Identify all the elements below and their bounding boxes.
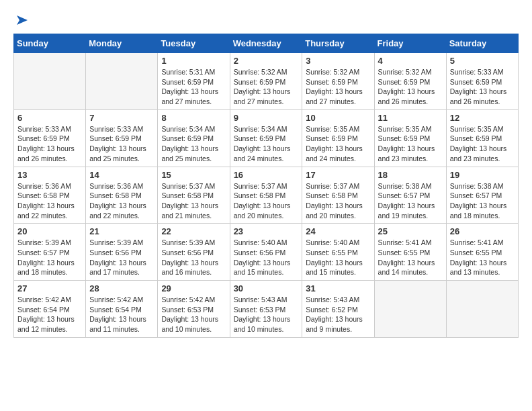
calendar-header-wednesday: Wednesday	[230, 34, 302, 53]
calendar-cell: 28Sunrise: 5:42 AM Sunset: 6:54 PM Dayli…	[86, 281, 158, 338]
week-row-1: 1Sunrise: 5:31 AM Sunset: 6:59 PM Daylig…	[14, 53, 519, 110]
day-info: Sunrise: 5:40 AM Sunset: 6:56 PM Dayligh…	[234, 238, 299, 277]
day-info: Sunrise: 5:36 AM Sunset: 6:58 PM Dayligh…	[17, 181, 82, 221]
day-number: 2	[234, 56, 299, 66]
day-info: Sunrise: 5:42 AM Sunset: 6:54 PM Dayligh…	[89, 295, 154, 334]
day-number: 5	[450, 56, 515, 66]
day-info: Sunrise: 5:34 AM Sunset: 6:59 PM Dayligh…	[234, 124, 299, 164]
day-info: Sunrise: 5:32 AM Sunset: 6:59 PM Dayligh…	[234, 67, 299, 107]
calendar-cell: 18Sunrise: 5:38 AM Sunset: 6:57 PM Dayli…	[374, 167, 446, 224]
calendar-cell: 27Sunrise: 5:42 AM Sunset: 6:54 PM Dayli…	[14, 281, 86, 338]
week-row-4: 20Sunrise: 5:39 AM Sunset: 6:57 PM Dayli…	[14, 224, 519, 281]
calendar-cell: 13Sunrise: 5:36 AM Sunset: 6:58 PM Dayli…	[14, 167, 86, 224]
calendar-cell: 8Sunrise: 5:34 AM Sunset: 6:59 PM Daylig…	[158, 109, 230, 167]
day-info: Sunrise: 5:35 AM Sunset: 6:59 PM Dayligh…	[378, 124, 443, 164]
svg-marker-0	[17, 15, 28, 25]
calendar-cell: 9Sunrise: 5:34 AM Sunset: 6:59 PM Daylig…	[230, 109, 302, 167]
day-number: 14	[89, 170, 154, 180]
day-info: Sunrise: 5:36 AM Sunset: 6:58 PM Dayligh…	[89, 181, 154, 221]
day-info: Sunrise: 5:41 AM Sunset: 6:55 PM Dayligh…	[450, 238, 515, 277]
calendar-cell: 15Sunrise: 5:37 AM Sunset: 6:58 PM Dayli…	[158, 167, 230, 224]
day-number: 12	[450, 113, 515, 123]
day-number: 30	[234, 283, 299, 293]
day-number: 1	[161, 56, 226, 66]
day-info: Sunrise: 5:34 AM Sunset: 6:59 PM Dayligh…	[161, 124, 226, 164]
calendar-table: SundayMondayTuesdayWednesdayThursdayFrid…	[13, 34, 519, 338]
day-info: Sunrise: 5:38 AM Sunset: 6:57 PM Dayligh…	[378, 181, 443, 221]
day-info: Sunrise: 5:32 AM Sunset: 6:59 PM Dayligh…	[378, 67, 443, 107]
day-number: 6	[17, 113, 82, 123]
calendar-header-monday: Monday	[86, 34, 158, 53]
day-info: Sunrise: 5:32 AM Sunset: 6:59 PM Dayligh…	[306, 67, 370, 107]
day-info: Sunrise: 5:39 AM Sunset: 6:56 PM Dayligh…	[161, 238, 226, 277]
day-number: 17	[306, 170, 370, 180]
day-number: 4	[378, 56, 443, 66]
calendar-header-friday: Friday	[374, 34, 446, 53]
calendar-cell: 30Sunrise: 5:43 AM Sunset: 6:53 PM Dayli…	[230, 281, 302, 338]
day-number: 25	[378, 226, 443, 236]
day-number: 29	[161, 283, 226, 293]
week-row-3: 13Sunrise: 5:36 AM Sunset: 6:58 PM Dayli…	[14, 167, 519, 224]
calendar-cell: 7Sunrise: 5:33 AM Sunset: 6:59 PM Daylig…	[86, 109, 158, 167]
day-info: Sunrise: 5:33 AM Sunset: 6:59 PM Dayligh…	[17, 124, 82, 164]
day-number: 3	[306, 56, 370, 66]
calendar-cell: 22Sunrise: 5:39 AM Sunset: 6:56 PM Dayli…	[158, 224, 230, 281]
day-info: Sunrise: 5:37 AM Sunset: 6:58 PM Dayligh…	[161, 181, 226, 221]
calendar-cell: 20Sunrise: 5:39 AM Sunset: 6:57 PM Dayli…	[14, 224, 86, 281]
calendar-cell: 31Sunrise: 5:43 AM Sunset: 6:52 PM Dayli…	[302, 281, 374, 338]
day-number: 24	[306, 226, 370, 236]
day-number: 23	[234, 226, 299, 236]
week-row-2: 6Sunrise: 5:33 AM Sunset: 6:59 PM Daylig…	[14, 109, 519, 167]
calendar-cell: 10Sunrise: 5:35 AM Sunset: 6:59 PM Dayli…	[302, 109, 374, 167]
day-number: 10	[306, 113, 370, 123]
calendar-cell: 21Sunrise: 5:39 AM Sunset: 6:56 PM Dayli…	[86, 224, 158, 281]
calendar-cell	[14, 53, 86, 110]
calendar-cell: 17Sunrise: 5:37 AM Sunset: 6:58 PM Dayli…	[302, 167, 374, 224]
day-number: 7	[89, 113, 154, 123]
calendar-cell: 14Sunrise: 5:36 AM Sunset: 6:58 PM Dayli…	[86, 167, 158, 224]
day-info: Sunrise: 5:37 AM Sunset: 6:58 PM Dayligh…	[234, 181, 299, 221]
day-number: 11	[378, 113, 443, 123]
calendar-cell: 4Sunrise: 5:32 AM Sunset: 6:59 PM Daylig…	[374, 53, 446, 110]
day-number: 9	[234, 113, 299, 123]
day-number: 16	[234, 170, 299, 180]
day-info: Sunrise: 5:38 AM Sunset: 6:57 PM Dayligh…	[450, 181, 515, 221]
day-info: Sunrise: 5:39 AM Sunset: 6:57 PM Dayligh…	[17, 238, 82, 277]
calendar-cell: 5Sunrise: 5:33 AM Sunset: 6:59 PM Daylig…	[446, 53, 518, 110]
calendar-cell: 25Sunrise: 5:41 AM Sunset: 6:55 PM Dayli…	[374, 224, 446, 281]
calendar-cell	[374, 281, 446, 338]
logo-icon	[15, 13, 29, 27]
calendar-header-sunday: Sunday	[14, 34, 86, 53]
day-info: Sunrise: 5:35 AM Sunset: 6:59 PM Dayligh…	[450, 124, 515, 164]
day-number: 18	[378, 170, 443, 180]
calendar-cell: 23Sunrise: 5:40 AM Sunset: 6:56 PM Dayli…	[230, 224, 302, 281]
calendar-header-thursday: Thursday	[302, 34, 374, 53]
day-info: Sunrise: 5:43 AM Sunset: 6:53 PM Dayligh…	[234, 295, 299, 334]
day-info: Sunrise: 5:35 AM Sunset: 6:59 PM Dayligh…	[306, 124, 370, 164]
day-info: Sunrise: 5:31 AM Sunset: 6:59 PM Dayligh…	[161, 67, 226, 107]
day-info: Sunrise: 5:41 AM Sunset: 6:55 PM Dayligh…	[378, 238, 443, 277]
day-number: 21	[89, 226, 154, 236]
calendar-cell: 29Sunrise: 5:42 AM Sunset: 6:53 PM Dayli…	[158, 281, 230, 338]
day-info: Sunrise: 5:43 AM Sunset: 6:52 PM Dayligh…	[306, 295, 370, 334]
calendar-header-tuesday: Tuesday	[158, 34, 230, 53]
calendar-cell	[86, 53, 158, 110]
calendar-cell	[446, 281, 518, 338]
calendar-cell: 2Sunrise: 5:32 AM Sunset: 6:59 PM Daylig…	[230, 53, 302, 110]
calendar-cell: 6Sunrise: 5:33 AM Sunset: 6:59 PM Daylig…	[14, 109, 86, 167]
calendar-cell: 1Sunrise: 5:31 AM Sunset: 6:59 PM Daylig…	[158, 53, 230, 110]
calendar-header-saturday: Saturday	[446, 34, 518, 53]
calendar-cell: 12Sunrise: 5:35 AM Sunset: 6:59 PM Dayli…	[446, 109, 518, 167]
day-info: Sunrise: 5:37 AM Sunset: 6:58 PM Dayligh…	[306, 181, 370, 221]
calendar-cell: 24Sunrise: 5:40 AM Sunset: 6:55 PM Dayli…	[302, 224, 374, 281]
day-info: Sunrise: 5:33 AM Sunset: 6:59 PM Dayligh…	[89, 124, 154, 164]
day-info: Sunrise: 5:39 AM Sunset: 6:56 PM Dayligh…	[89, 238, 154, 277]
day-info: Sunrise: 5:40 AM Sunset: 6:55 PM Dayligh…	[306, 238, 370, 277]
calendar-cell: 11Sunrise: 5:35 AM Sunset: 6:59 PM Dayli…	[374, 109, 446, 167]
calendar-cell: 3Sunrise: 5:32 AM Sunset: 6:59 PM Daylig…	[302, 53, 374, 110]
day-number: 8	[161, 113, 226, 123]
day-info: Sunrise: 5:33 AM Sunset: 6:59 PM Dayligh…	[450, 67, 515, 107]
day-number: 19	[450, 170, 515, 180]
day-number: 13	[17, 170, 82, 180]
day-number: 27	[17, 283, 82, 293]
